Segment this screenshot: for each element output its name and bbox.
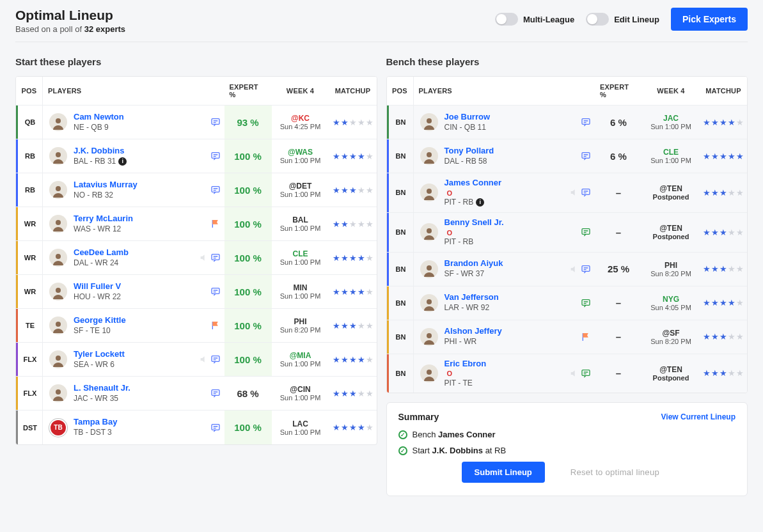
chat-icon[interactable]: [210, 151, 221, 161]
position-cell: QB: [16, 106, 43, 139]
game-time: Sun 1:00 PM: [280, 191, 321, 198]
position-cell: BN: [387, 213, 414, 252]
mute-icon[interactable]: [199, 354, 209, 364]
position-cell: RB: [16, 173, 43, 207]
switch-icon[interactable]: [586, 13, 609, 26]
submit-lineup-button[interactable]: Submit Lineup: [462, 462, 545, 483]
chat-icon[interactable]: [581, 264, 591, 274]
player-meta: LAR - WR 92: [444, 303, 499, 313]
player-name-link[interactable]: Joe Burrow: [444, 112, 491, 123]
player-name-link[interactable]: Eric Ebron: [444, 359, 487, 370]
chat-icon[interactable]: [210, 253, 221, 263]
switch-icon[interactable]: [495, 13, 518, 26]
player-meta: TB - DST 3: [74, 428, 117, 438]
table-row: WRWill Fuller VHOU - WR 22 100 %MINSun 1…: [16, 275, 377, 309]
player-avatar: [420, 113, 438, 131]
news-flag-icon[interactable]: [210, 320, 221, 331]
chat-icon[interactable]: [210, 185, 221, 195]
player-name-link[interactable]: Benny Snell Jr.: [444, 217, 504, 228]
view-current-lineup-link[interactable]: View Current Lineup: [661, 412, 735, 421]
position-cell: FLX: [16, 377, 43, 410]
chat-icon[interactable]: [581, 151, 591, 161]
mute-icon[interactable]: [569, 368, 579, 379]
player-meta: PIT - RB i: [444, 198, 502, 208]
player-name-link[interactable]: J.K. Dobbins: [74, 146, 127, 157]
expert-percent: 93 %: [237, 117, 258, 128]
player-name-link[interactable]: Tyler Lockett: [74, 349, 125, 360]
opponent: PHI: [665, 261, 677, 270]
player-name-link[interactable]: Tampa Bay: [74, 417, 117, 428]
chat-icon[interactable]: [581, 227, 591, 237]
opponent: @TEN: [659, 224, 682, 233]
table-row: FLXL. Shenault Jr.JAC - WR 35 68 %@CINSu…: [16, 377, 377, 411]
player-avatar: [49, 283, 67, 301]
table-row: QBCam NewtonNE - QB 9 93 %@KCSun 4:25 PM…: [16, 106, 377, 139]
matchup-stars: ★★★★★: [333, 152, 374, 161]
player-name-link[interactable]: L. Shenault Jr.: [74, 383, 130, 394]
game-time: Sun 8:20 PM: [280, 326, 321, 334]
injury-status: O: [447, 189, 502, 198]
chat-icon[interactable]: [581, 368, 591, 379]
edit-lineup-toggle[interactable]: Edit Lineup: [586, 13, 659, 26]
player-name-link[interactable]: James Conner: [444, 178, 502, 189]
pick-experts-button[interactable]: Pick Experts: [671, 8, 748, 31]
opponent: @TEN: [659, 365, 682, 374]
mute-icon[interactable]: [569, 187, 579, 198]
table-row: RBJ.K. DobbinsBAL - RB 31 i100 %@WASSun …: [16, 139, 377, 173]
svg-rect-3: [212, 153, 219, 159]
player-name-link[interactable]: George Kittle: [74, 315, 126, 326]
news-flag-icon[interactable]: [581, 332, 591, 342]
opponent: CLE: [663, 148, 679, 157]
chat-icon[interactable]: [210, 423, 221, 433]
reset-lineup-button[interactable]: Reset to optimal lineup: [558, 462, 672, 483]
check-icon: [398, 446, 407, 455]
multi-league-toggle[interactable]: Multi-League: [495, 13, 574, 26]
opponent: PHI: [294, 317, 306, 326]
svg-rect-1: [212, 119, 219, 125]
chat-icon[interactable]: [581, 117, 591, 127]
chat-icon[interactable]: [210, 286, 221, 297]
table-row: FLXTyler LockettSEA - WR 6 100 %@MIASun …: [16, 343, 377, 377]
chat-icon[interactable]: [210, 354, 221, 364]
table-row: BNEric EbronOPIT - TE –@TENPostponed★★★★…: [387, 354, 748, 393]
mute-icon[interactable]: [569, 264, 579, 274]
player-avatar: [420, 223, 438, 241]
player-name-link[interactable]: Van Jefferson: [444, 292, 499, 303]
player-avatar: [49, 215, 67, 233]
chat-icon[interactable]: [581, 187, 591, 198]
info-icon[interactable]: i: [476, 198, 484, 207]
info-icon[interactable]: i: [118, 157, 127, 166]
svg-point-7: [56, 254, 61, 259]
game-time: Sun 1:00 PM: [280, 394, 321, 402]
player-name-link[interactable]: Tony Pollard: [444, 146, 494, 157]
expert-percent: 100 %: [234, 286, 262, 297]
table-row: BNAlshon JefferyPHI - WR –@SFSun 8:20 PM…: [387, 320, 748, 354]
player-name-link[interactable]: Will Fuller V: [74, 281, 121, 292]
svg-rect-8: [212, 254, 219, 260]
position-cell: FLX: [16, 343, 43, 376]
player-name-link[interactable]: Alshon Jeffery: [444, 326, 502, 337]
mute-icon[interactable]: [199, 253, 209, 263]
svg-rect-15: [212, 390, 219, 396]
chat-icon[interactable]: [210, 388, 221, 398]
svg-point-14: [56, 389, 61, 395]
svg-rect-31: [582, 370, 590, 376]
player-name-link[interactable]: CeeDee Lamb: [74, 247, 129, 258]
chat-icon[interactable]: [210, 117, 221, 127]
page-subtitle: Based on a poll of 32 experts: [15, 24, 125, 34]
player-avatar: [49, 113, 67, 131]
position-cell: DST: [16, 411, 43, 444]
summary-title: Summary: [398, 412, 439, 422]
matchup-stars: ★★★★★: [333, 185, 374, 195]
player-avatar: [49, 317, 67, 334]
player-meta: NE - QB 9: [74, 123, 124, 133]
chat-icon[interactable]: [581, 298, 591, 308]
player-avatar: [420, 147, 438, 165]
player-meta: PIT - RB: [444, 237, 504, 247]
player-name-link[interactable]: Terry McLaurin: [74, 214, 133, 224]
player-name-link[interactable]: Brandon Aiyuk: [444, 258, 503, 269]
matchup-stars: ★★★★★: [703, 332, 744, 341]
player-name-link[interactable]: Cam Newton: [74, 112, 124, 123]
news-flag-icon[interactable]: [210, 219, 221, 229]
player-name-link[interactable]: Latavius Murray: [74, 180, 138, 191]
